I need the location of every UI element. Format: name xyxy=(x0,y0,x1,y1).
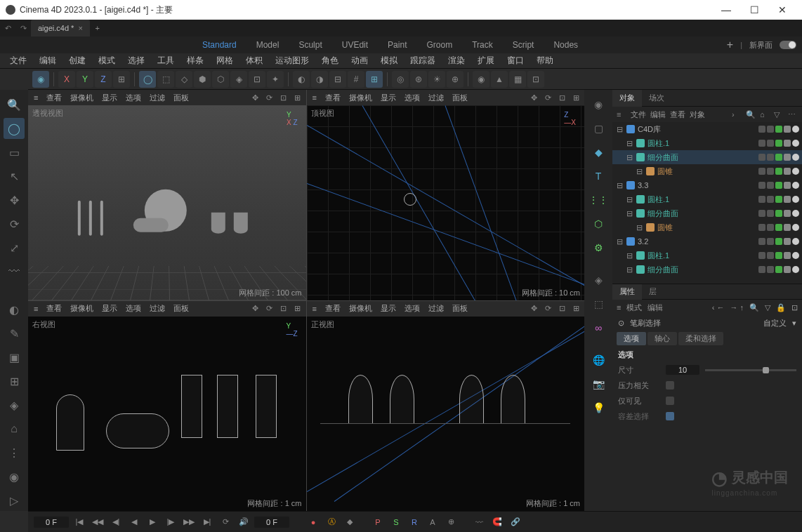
tab-takes[interactable]: 场次 xyxy=(642,90,671,107)
hamburger-icon[interactable]: ≡ xyxy=(617,303,621,312)
palette6-icon[interactable]: ⌂ xyxy=(4,418,25,439)
vis-dot-icon[interactable] xyxy=(758,266,765,273)
circ3-icon[interactable]: ⊕ xyxy=(447,71,464,88)
vp-nav3-icon[interactable]: ⊡ xyxy=(278,92,289,103)
menu-character[interactable]: 角色 xyxy=(316,53,344,68)
dots-icon[interactable]: ⊡ xyxy=(791,303,798,312)
vp-menu-camera[interactable]: 摄像机 xyxy=(67,303,96,314)
r-gear-icon[interactable]: ⚙ xyxy=(588,237,609,258)
mat-dot-icon[interactable] xyxy=(792,238,799,245)
check-dot-icon[interactable] xyxy=(775,196,782,203)
mat-dot-icon[interactable] xyxy=(792,182,799,189)
subtab-soft[interactable]: 柔和选择 xyxy=(678,332,723,345)
filter-icon[interactable]: ▽ xyxy=(774,110,784,119)
tag-dot-icon[interactable] xyxy=(784,168,791,175)
vp-menu-options[interactable]: 选项 xyxy=(402,93,423,103)
next-key-icon[interactable]: ▶▶ xyxy=(181,514,197,530)
search-icon[interactable]: 🔍 xyxy=(749,303,759,312)
mat-dot-icon[interactable] xyxy=(792,252,799,259)
vis-dot-icon[interactable] xyxy=(758,182,765,189)
menu-create[interactable]: 创建 xyxy=(63,53,91,68)
tag-dot-icon[interactable] xyxy=(784,126,791,133)
subtab-axis[interactable]: 轴心 xyxy=(647,332,677,345)
render-icon[interactable]: ◉ xyxy=(32,71,49,88)
tab-layers[interactable]: 层 xyxy=(642,284,664,300)
misc1-icon[interactable]: ◉ xyxy=(473,71,489,88)
chevron-down-icon[interactable]: ▾ xyxy=(792,319,796,328)
attr-sub-mode[interactable]: 模式 xyxy=(626,302,642,313)
render-dot-icon[interactable] xyxy=(767,168,774,175)
k2-icon[interactable]: S xyxy=(388,514,404,530)
mat-dot-icon[interactable] xyxy=(792,196,799,203)
k4-icon[interactable]: A xyxy=(425,514,440,530)
vp-nav3-icon[interactable]: ⊡ xyxy=(556,92,567,103)
vp-nav1-icon[interactable]: ✥ xyxy=(528,303,539,314)
tag-dot-icon[interactable] xyxy=(784,210,791,217)
current-frame-field[interactable]: 0 F xyxy=(254,517,289,528)
menu-spline[interactable]: 样条 xyxy=(181,53,209,68)
vp-menu-camera[interactable]: 摄像机 xyxy=(346,93,375,103)
sun-icon[interactable]: ☀ xyxy=(428,71,445,88)
vp-menu-panel[interactable]: 面板 xyxy=(171,93,192,103)
search-icon[interactable]: 🔍 xyxy=(746,110,756,119)
tool-mode[interactable]: 自定义 xyxy=(763,318,787,328)
axis-x-icon[interactable]: X xyxy=(58,71,75,88)
mode-groom[interactable]: Groom xyxy=(426,40,452,50)
nav-right-icon[interactable]: › xyxy=(732,110,742,119)
mat-dot-icon[interactable] xyxy=(792,154,799,161)
menu-window[interactable]: 窗口 xyxy=(501,53,530,68)
viewport-perspective[interactable]: ≡ 查看 摄像机 显示 选项 过滤 面板 ✥ ⟳ ⊡ ⊞ xyxy=(28,90,306,300)
r-camera-icon[interactable]: 📷 xyxy=(588,373,609,394)
hamburger-icon[interactable]: ≡ xyxy=(617,110,626,119)
visible-checkbox[interactable] xyxy=(666,397,674,405)
expand-icon[interactable]: ⊟ xyxy=(617,181,624,190)
vp-nav2-icon[interactable]: ⟳ xyxy=(264,303,275,314)
expand-icon[interactable]: ⊟ xyxy=(626,195,633,204)
misc4-icon[interactable]: ⊡ xyxy=(527,71,544,88)
tree-node[interactable]: ⊟ 3.3 xyxy=(612,178,802,192)
r-globe-icon[interactable]: 🌐 xyxy=(588,350,609,371)
subtab-options[interactable]: 选项 xyxy=(617,332,646,345)
vp-menu-panel[interactable]: 面板 xyxy=(449,303,471,314)
document-tab[interactable]: aigei.c4d * × xyxy=(31,20,90,36)
vp-menu-display[interactable]: 显示 xyxy=(378,93,399,103)
menu-mesh[interactable]: 网格 xyxy=(211,53,239,68)
mode-script[interactable]: Script xyxy=(513,40,534,50)
autokey-icon[interactable]: Ⓐ xyxy=(324,514,339,530)
render-dot-icon[interactable] xyxy=(767,196,774,203)
viewport-top[interactable]: ≡ 查看 摄像机 显示 选项 过滤 面板 ✥ ⟳ ⊡ ⊞ xyxy=(307,90,585,300)
vis-dot-icon[interactable] xyxy=(758,196,765,203)
close-button[interactable]: ✕ xyxy=(768,4,796,15)
tree-node[interactable]: ⊟ C4D库 xyxy=(612,122,802,136)
play-back-icon[interactable]: ◀ xyxy=(126,514,142,530)
render-dot-icon[interactable] xyxy=(767,126,774,133)
expand-icon[interactable]: ⊟ xyxy=(617,125,624,134)
vp-nav2-icon[interactable]: ⟳ xyxy=(542,92,553,103)
tag-dot-icon[interactable] xyxy=(784,252,791,259)
r-cube2-icon[interactable]: ⬚ xyxy=(588,293,609,314)
menu-file[interactable]: 文件 xyxy=(4,53,32,68)
menu-simulate[interactable]: 模拟 xyxy=(375,53,403,68)
frame-start-field[interactable]: 0 F xyxy=(34,517,69,528)
expand-icon[interactable]: ⊟ xyxy=(626,251,633,260)
record-icon[interactable]: ● xyxy=(305,514,321,530)
render-dot-icon[interactable] xyxy=(767,140,774,147)
r-link-icon[interactable]: ∞ xyxy=(588,317,609,338)
tree-node[interactable]: ⊟ 细分曲面 xyxy=(612,206,802,220)
check-dot-icon[interactable] xyxy=(775,182,782,189)
menu-extensions[interactable]: 扩展 xyxy=(472,53,500,68)
palette2-icon[interactable]: ✎ xyxy=(4,323,25,344)
tag-dot-icon[interactable] xyxy=(784,224,791,231)
mat-dot-icon[interactable] xyxy=(792,126,799,133)
mode-nodes[interactable]: Nodes xyxy=(553,40,578,50)
prev-frame-icon[interactable]: ◀| xyxy=(108,514,124,530)
snap-icon[interactable]: ⊞ xyxy=(366,71,383,88)
layout-toggle[interactable] xyxy=(780,41,796,49)
vp-nav1-icon[interactable]: ✥ xyxy=(250,92,261,103)
nav-back-icon[interactable]: ‹ ← xyxy=(712,303,725,312)
forward-arrow-icon[interactable]: ↷ xyxy=(15,24,31,33)
mat-dot-icon[interactable] xyxy=(792,210,799,217)
menu-volume[interactable]: 体积 xyxy=(240,53,268,68)
render-dot-icon[interactable] xyxy=(767,154,774,161)
hamburger-icon[interactable]: ≡ xyxy=(310,305,320,313)
